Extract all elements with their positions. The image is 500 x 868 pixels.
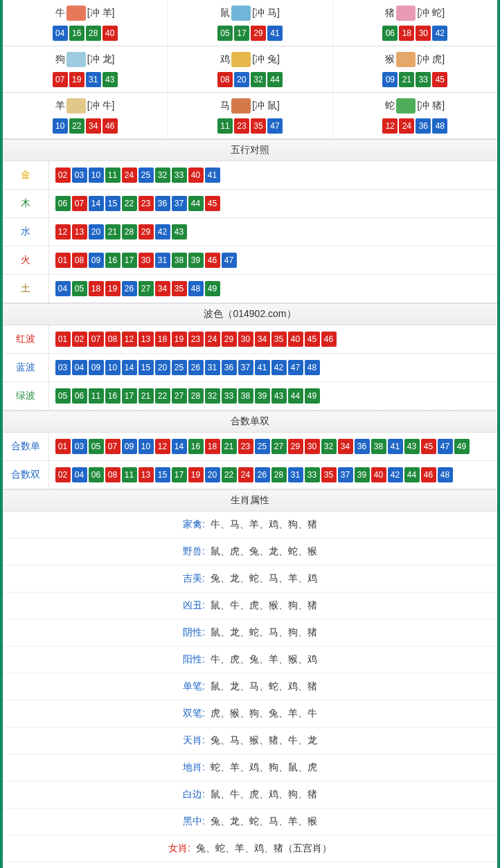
- number-ball: 15: [105, 196, 120, 211]
- attr-key: 黑中:: [183, 815, 205, 826]
- number-ball: 25: [255, 439, 270, 454]
- number-ball: 10: [53, 118, 68, 134]
- zodiac-cell: 猪[冲 蛇]06183042: [333, 0, 497, 46]
- number-ball: 34: [338, 439, 353, 454]
- number-ball: 47: [267, 118, 283, 134]
- number-ball: 47: [288, 360, 303, 375]
- number-ball: 19: [105, 281, 120, 296]
- number-ball: 38: [371, 439, 386, 454]
- attr-row: 阴性: 鼠、龙、蛇、马、狗、猪: [3, 620, 497, 647]
- zodiac-conflict: [冲 虎]: [417, 53, 445, 64]
- number-ball: 20: [155, 360, 170, 375]
- number-ball: 31: [288, 467, 303, 482]
- number-ball: 04: [55, 281, 71, 296]
- attr-row: 地肖: 蛇、羊、鸡、狗、鼠、虎: [3, 754, 497, 781]
- number-ball: 45: [205, 196, 220, 211]
- number-ball: 34: [155, 281, 170, 296]
- zodiac-name: 猴: [385, 53, 395, 66]
- number-ball: 31: [86, 72, 101, 87]
- number-ball: 26: [122, 281, 137, 296]
- wuxing-table: 金02031011242532334041木060714152223363744…: [3, 161, 497, 303]
- number-ball: 17: [122, 388, 137, 404]
- number-ball: 04: [53, 26, 68, 41]
- number-ball: 05: [217, 26, 233, 41]
- number-ball: 17: [122, 253, 137, 268]
- attr-value: 鼠、龙、蛇、马、狗、猪: [208, 626, 317, 638]
- number-ball: 08: [217, 72, 233, 87]
- zodiac-conflict: [冲 兔]: [252, 53, 280, 64]
- number-ball: 49: [205, 281, 220, 296]
- row-numbers: 04051819262734354849: [48, 275, 497, 303]
- number-ball: 06: [72, 388, 87, 404]
- number-ball: 47: [438, 439, 453, 454]
- number-ball: 23: [188, 332, 204, 347]
- number-ball: 45: [432, 72, 447, 87]
- number-ball: 24: [399, 118, 414, 134]
- attr-key: 野兽:: [183, 545, 205, 557]
- number-ball: 36: [222, 360, 237, 375]
- number-ball: 13: [72, 224, 87, 239]
- row-label: 合数双: [3, 461, 48, 489]
- zodiac-cell: 狗[冲 龙]07193143: [3, 46, 168, 93]
- attr-key: 阴性:: [183, 626, 205, 638]
- number-ball: 31: [155, 253, 170, 268]
- number-ball: 26: [188, 360, 204, 375]
- number-ball: 44: [188, 196, 204, 211]
- attrs-list: 家禽: 牛、马、羊、鸡、狗、猪野兽: 鼠、虎、兔、龙、蛇、猴吉美: 兔、龙、蛇、…: [3, 512, 497, 868]
- zodiac-name: 鸡: [220, 53, 230, 66]
- number-ball: 33: [222, 388, 237, 404]
- row-label: 土: [3, 275, 48, 303]
- number-ball: 20: [234, 72, 249, 87]
- zodiac-cell: 猴[冲 虎]09213345: [333, 46, 497, 93]
- number-ball: 09: [122, 439, 137, 454]
- zodiac-name: 马: [220, 100, 230, 112]
- number-ball: 30: [139, 253, 154, 268]
- number-ball: 31: [205, 360, 220, 375]
- number-ball: 06: [55, 196, 71, 211]
- number-ball: 46: [321, 332, 337, 347]
- attr-value: 鼠、牛、虎、猴、狗、猪: [208, 599, 317, 611]
- number-ball: 12: [155, 439, 170, 454]
- number-ball: 10: [89, 168, 104, 183]
- attr-key: 天肖:: [183, 734, 205, 745]
- number-ball: 22: [69, 118, 84, 134]
- number-ball: 42: [388, 467, 403, 482]
- number-ball: 43: [172, 224, 187, 239]
- number-ball: 12: [55, 224, 71, 239]
- attr-key: 单笔:: [183, 680, 205, 691]
- number-ball: 27: [139, 281, 154, 296]
- number-ball: 32: [251, 72, 266, 87]
- number-ball: 48: [305, 360, 320, 375]
- number-ball: 38: [172, 253, 187, 268]
- number-ball: 09: [89, 253, 104, 268]
- number-ball: 18: [155, 332, 170, 347]
- number-ball: 48: [438, 467, 453, 482]
- number-ball: 32: [205, 388, 220, 404]
- attr-key: 女肖:: [168, 842, 190, 853]
- attr-row: 单笔: 鼠、龙、马、蛇、鸡、猪: [3, 673, 497, 700]
- number-ball: 18: [89, 281, 104, 296]
- number-ball: 13: [139, 332, 154, 347]
- number-ball: 33: [305, 467, 320, 482]
- row-numbers: 1213202128294243: [48, 218, 497, 246]
- attr-row: 男肖: 鼠、牛、虎、龙、马、猴、狗: [3, 862, 497, 868]
- row-numbers: 0102070812131819232429303435404546: [48, 325, 497, 354]
- number-ball: 29: [288, 439, 303, 454]
- number-ball: 40: [102, 26, 118, 41]
- number-ball: 32: [155, 168, 170, 183]
- number-ball: 11: [217, 118, 233, 134]
- zodiac-cell: 羊[冲 牛]10223446: [3, 93, 168, 139]
- number-ball: 44: [288, 388, 303, 404]
- attr-row: 家禽: 牛、马、羊、鸡、狗、猪: [3, 512, 497, 539]
- number-ball: 42: [432, 26, 447, 41]
- attr-value: 鼠、牛、虎、鸡、狗、猪: [208, 788, 317, 799]
- row-numbers: 03040910141520252631363741424748: [48, 354, 497, 382]
- number-ball: 21: [222, 439, 237, 454]
- heshu-table: 合数单0103050709101214161821232527293032343…: [3, 433, 497, 489]
- attr-row: 双笔: 虎、猴、狗、兔、羊、牛: [3, 700, 497, 727]
- number-ball: 05: [55, 388, 71, 404]
- number-ball: 10: [139, 439, 154, 454]
- number-ball: 39: [355, 467, 370, 482]
- attr-row: 女肖: 兔、蛇、羊、鸡、猪（五宫肖）: [3, 835, 497, 862]
- number-ball: 01: [55, 332, 71, 347]
